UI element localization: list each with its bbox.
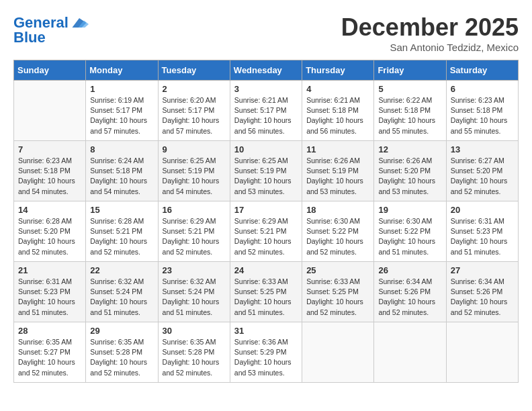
day-number: 5	[378, 84, 442, 94]
header-tuesday: Tuesday	[158, 60, 230, 81]
cell-info: Sunrise: 6:19 AM Sunset: 5:17 PM Dayligh…	[90, 95, 154, 136]
calendar-cell: 12Sunrise: 6:26 AM Sunset: 5:20 PM Dayli…	[374, 141, 446, 201]
logo-blue-text: Blue	[13, 30, 46, 46]
calendar-table: SundayMondayTuesdayWednesdayThursdayFrid…	[13, 60, 519, 383]
cell-info: Sunrise: 6:29 AM Sunset: 5:21 PM Dayligh…	[163, 216, 226, 257]
logo-icon	[70, 13, 89, 32]
day-number: 20	[451, 205, 515, 215]
calendar-cell: 6Sunrise: 6:23 AM Sunset: 5:18 PM Daylig…	[446, 81, 518, 141]
day-number: 28	[18, 326, 82, 336]
calendar-cell: 23Sunrise: 6:32 AM Sunset: 5:24 PM Dayli…	[158, 262, 230, 322]
cell-info: Sunrise: 6:28 AM Sunset: 5:21 PM Dayligh…	[90, 216, 154, 257]
cell-info: Sunrise: 6:23 AM Sunset: 5:18 PM Dayligh…	[18, 156, 82, 197]
calendar-cell: 30Sunrise: 6:35 AM Sunset: 5:28 PM Dayli…	[158, 322, 230, 383]
cell-info: Sunrise: 6:25 AM Sunset: 5:19 PM Dayligh…	[163, 156, 226, 197]
calendar-cell: 28Sunrise: 6:35 AM Sunset: 5:27 PM Dayli…	[14, 322, 86, 383]
day-number: 25	[306, 265, 370, 275]
week-row-5: 28Sunrise: 6:35 AM Sunset: 5:27 PM Dayli…	[14, 322, 519, 383]
cell-info: Sunrise: 6:29 AM Sunset: 5:21 PM Dayligh…	[234, 216, 298, 257]
cell-info: Sunrise: 6:24 AM Sunset: 5:18 PM Dayligh…	[90, 156, 154, 197]
calendar-cell	[374, 322, 446, 383]
calendar-cell: 11Sunrise: 6:26 AM Sunset: 5:19 PM Dayli…	[302, 141, 374, 201]
day-number: 9	[163, 144, 226, 154]
calendar-cell: 8Sunrise: 6:24 AM Sunset: 5:18 PM Daylig…	[86, 141, 158, 201]
day-number: 31	[234, 326, 298, 336]
calendar-cell: 22Sunrise: 6:32 AM Sunset: 5:24 PM Dayli…	[86, 262, 158, 322]
calendar-cell: 20Sunrise: 6:31 AM Sunset: 5:23 PM Dayli…	[446, 201, 518, 262]
day-number: 24	[234, 265, 298, 275]
cell-info: Sunrise: 6:21 AM Sunset: 5:18 PM Dayligh…	[306, 95, 370, 136]
header-thursday: Thursday	[302, 60, 374, 81]
day-number: 29	[90, 326, 154, 336]
calendar-cell: 10Sunrise: 6:25 AM Sunset: 5:19 PM Dayli…	[230, 141, 302, 201]
day-number: 6	[451, 84, 515, 94]
day-number: 22	[90, 265, 154, 275]
calendar-cell: 9Sunrise: 6:25 AM Sunset: 5:19 PM Daylig…	[158, 141, 230, 201]
day-number: 19	[378, 205, 442, 215]
header-wednesday: Wednesday	[230, 60, 302, 81]
header-friday: Friday	[374, 60, 446, 81]
cell-info: Sunrise: 6:26 AM Sunset: 5:19 PM Dayligh…	[306, 156, 370, 197]
calendar-cell: 1Sunrise: 6:19 AM Sunset: 5:17 PM Daylig…	[86, 81, 158, 141]
day-number: 17	[234, 205, 298, 215]
calendar-cell: 31Sunrise: 6:36 AM Sunset: 5:29 PM Dayli…	[230, 322, 302, 383]
cell-info: Sunrise: 6:34 AM Sunset: 5:26 PM Dayligh…	[378, 277, 442, 318]
calendar-cell: 17Sunrise: 6:29 AM Sunset: 5:21 PM Dayli…	[230, 201, 302, 262]
cell-info: Sunrise: 6:34 AM Sunset: 5:26 PM Dayligh…	[451, 277, 515, 318]
day-number: 12	[378, 144, 442, 154]
calendar-cell: 13Sunrise: 6:27 AM Sunset: 5:20 PM Dayli…	[446, 141, 518, 201]
cell-info: Sunrise: 6:32 AM Sunset: 5:24 PM Dayligh…	[90, 277, 154, 318]
cell-info: Sunrise: 6:26 AM Sunset: 5:20 PM Dayligh…	[378, 156, 442, 197]
calendar-cell: 26Sunrise: 6:34 AM Sunset: 5:26 PM Dayli…	[374, 262, 446, 322]
week-row-4: 21Sunrise: 6:31 AM Sunset: 5:23 PM Dayli…	[14, 262, 519, 322]
day-number: 8	[90, 144, 154, 154]
calendar-cell	[14, 81, 86, 141]
cell-info: Sunrise: 6:22 AM Sunset: 5:18 PM Dayligh…	[378, 95, 442, 136]
calendar-cell	[302, 322, 374, 383]
calendar-cell: 21Sunrise: 6:31 AM Sunset: 5:23 PM Dayli…	[14, 262, 86, 322]
cell-info: Sunrise: 6:30 AM Sunset: 5:22 PM Dayligh…	[306, 216, 370, 257]
cell-info: Sunrise: 6:31 AM Sunset: 5:23 PM Dayligh…	[451, 216, 515, 257]
header-saturday: Saturday	[446, 60, 518, 81]
calendar-cell: 3Sunrise: 6:21 AM Sunset: 5:17 PM Daylig…	[230, 81, 302, 141]
day-number: 1	[90, 84, 154, 94]
page-header: General Blue December 2025 San Antonio T…	[13, 13, 519, 53]
cell-info: Sunrise: 6:30 AM Sunset: 5:22 PM Dayligh…	[378, 216, 442, 257]
day-number: 3	[234, 84, 298, 94]
cell-info: Sunrise: 6:20 AM Sunset: 5:17 PM Dayligh…	[163, 95, 226, 136]
day-number: 21	[18, 265, 82, 275]
cell-info: Sunrise: 6:32 AM Sunset: 5:24 PM Dayligh…	[163, 277, 226, 318]
day-number: 2	[163, 84, 226, 94]
day-number: 13	[451, 144, 515, 154]
title-block: December 2025 San Antonio Tedzidz, Mexic…	[341, 13, 519, 53]
day-number: 27	[451, 265, 515, 275]
header-monday: Monday	[86, 60, 158, 81]
cell-info: Sunrise: 6:25 AM Sunset: 5:19 PM Dayligh…	[234, 156, 298, 197]
day-number: 15	[90, 205, 154, 215]
day-number: 11	[306, 144, 370, 154]
calendar-cell: 29Sunrise: 6:35 AM Sunset: 5:28 PM Dayli…	[86, 322, 158, 383]
calendar-header-row: SundayMondayTuesdayWednesdayThursdayFrid…	[14, 60, 519, 81]
calendar-cell: 18Sunrise: 6:30 AM Sunset: 5:22 PM Dayli…	[302, 201, 374, 262]
cell-info: Sunrise: 6:35 AM Sunset: 5:28 PM Dayligh…	[90, 337, 154, 378]
calendar-cell: 19Sunrise: 6:30 AM Sunset: 5:22 PM Dayli…	[374, 201, 446, 262]
week-row-1: 1Sunrise: 6:19 AM Sunset: 5:17 PM Daylig…	[14, 81, 519, 141]
day-number: 14	[18, 205, 82, 215]
calendar-cell: 16Sunrise: 6:29 AM Sunset: 5:21 PM Dayli…	[158, 201, 230, 262]
cell-info: Sunrise: 6:35 AM Sunset: 5:27 PM Dayligh…	[18, 337, 82, 378]
week-row-3: 14Sunrise: 6:28 AM Sunset: 5:20 PM Dayli…	[14, 201, 519, 262]
week-row-2: 7Sunrise: 6:23 AM Sunset: 5:18 PM Daylig…	[14, 141, 519, 201]
day-number: 18	[306, 205, 370, 215]
calendar-cell	[446, 322, 518, 383]
cell-info: Sunrise: 6:28 AM Sunset: 5:20 PM Dayligh…	[18, 216, 82, 257]
cell-info: Sunrise: 6:27 AM Sunset: 5:20 PM Dayligh…	[451, 156, 515, 197]
day-number: 16	[163, 205, 226, 215]
calendar-cell: 7Sunrise: 6:23 AM Sunset: 5:18 PM Daylig…	[14, 141, 86, 201]
day-number: 4	[306, 84, 370, 94]
calendar-cell: 25Sunrise: 6:33 AM Sunset: 5:25 PM Dayli…	[302, 262, 374, 322]
calendar-cell: 27Sunrise: 6:34 AM Sunset: 5:26 PM Dayli…	[446, 262, 518, 322]
day-number: 26	[378, 265, 442, 275]
logo: General Blue	[13, 13, 89, 46]
header-sunday: Sunday	[14, 60, 86, 81]
cell-info: Sunrise: 6:31 AM Sunset: 5:23 PM Dayligh…	[18, 277, 82, 318]
